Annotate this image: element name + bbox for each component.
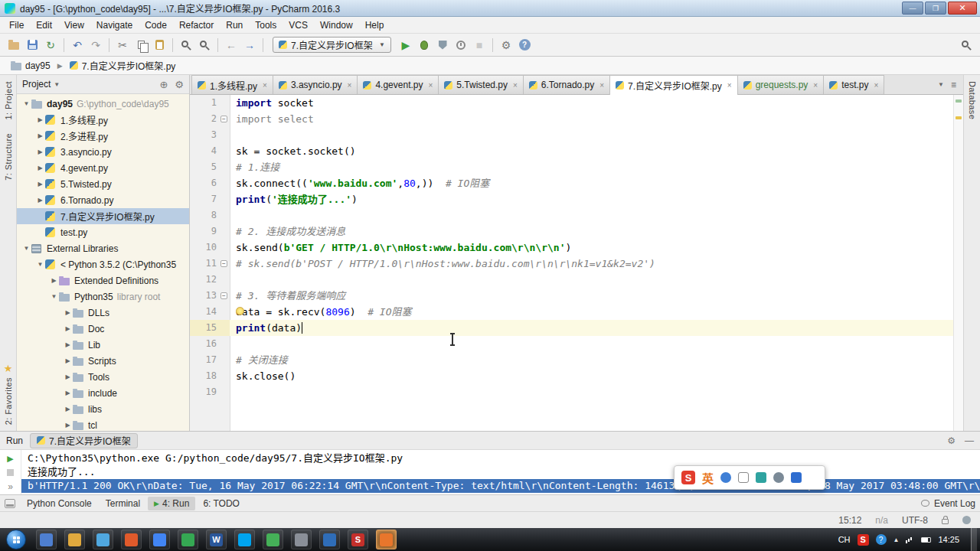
menu-item-help[interactable]: Help (359, 18, 390, 33)
chevron-collapsed-icon[interactable]: ▶ (63, 325, 73, 332)
taskbar-app-icon[interactable] (291, 530, 312, 549)
line-number[interactable]: 8 (190, 207, 230, 223)
tab-close-icon[interactable]: × (263, 81, 267, 90)
code-text[interactable]: print(data) (230, 320, 963, 336)
editor-tab[interactable]: test.py× (823, 75, 884, 94)
line-number[interactable]: 19 (190, 384, 230, 400)
chevron-expanded-icon[interactable]: ▼ (35, 261, 45, 268)
tree-item[interactable]: ▶Extended Definitions (17, 272, 189, 289)
code-text[interactable]: sk.send(b'GET / HTTP/1.0\r\nHost:www.bai… (230, 240, 963, 256)
tree-item[interactable]: ▼Python35library root (17, 289, 189, 305)
chevron-collapsed-icon[interactable]: ▶ (49, 277, 59, 284)
moon-icon[interactable] (720, 472, 731, 483)
chevron-collapsed-icon[interactable]: ▶ (35, 165, 45, 171)
code-text[interactable]: # 3. 等待着服务端响应 (230, 288, 963, 304)
tree-item[interactable]: test.py (17, 224, 189, 240)
tab-close-icon[interactable]: × (599, 81, 604, 90)
chevron-collapsed-icon[interactable]: ▶ (35, 116, 45, 123)
undo-icon[interactable]: ↶ (68, 36, 87, 54)
chevron-expanded-icon[interactable]: ▼ (21, 100, 31, 107)
sogou-tray-icon[interactable]: S (858, 534, 869, 546)
tab-close-icon[interactable]: × (348, 81, 352, 90)
chevron-down-icon[interactable]: ▼ (54, 81, 60, 88)
chevron-collapsed-icon[interactable]: ▶ (63, 390, 73, 396)
chevron-collapsed-icon[interactable]: ▶ (63, 341, 73, 348)
open-icon[interactable] (5, 36, 23, 54)
keyboard-icon[interactable] (738, 472, 749, 483)
run-configuration-select[interactable]: 7.自定义异步IO框架 ▼ (273, 37, 391, 53)
tree-item[interactable]: ▶tcl (17, 417, 189, 431)
code-text[interactable] (230, 207, 963, 223)
code-text[interactable]: sk = socket.socket() (230, 143, 963, 159)
code-text[interactable]: # 1.连接 (230, 159, 963, 175)
chevron-collapsed-icon[interactable]: ▶ (63, 309, 73, 316)
taskbar-app-icon[interactable] (93, 530, 113, 549)
console-line[interactable]: 连接成功了... (21, 465, 980, 479)
taskbar-app-icon[interactable]: S (348, 530, 368, 549)
save-icon[interactable] (23, 36, 41, 54)
run-content-tab[interactable]: 7.自定义异步IO框架 (30, 433, 138, 448)
tree-item[interactable]: ▶Tools (17, 369, 189, 385)
code-text[interactable] (230, 272, 963, 288)
tab-close-icon[interactable]: × (727, 81, 732, 90)
redo-icon[interactable]: ↷ (87, 36, 105, 54)
tabs-dropdown-icon[interactable]: ▼ (938, 81, 944, 88)
toolwindow-tab-favorites[interactable]: 2: Favorites (4, 377, 13, 425)
line-number[interactable]: 15 (190, 320, 230, 336)
menu-item-run[interactable]: Run (220, 18, 249, 33)
run-button[interactable]: ▶ (397, 36, 415, 54)
tree-item[interactable]: ▶include (17, 385, 189, 401)
caret-position-widget[interactable]: 15:12 (838, 515, 861, 526)
chevron-collapsed-icon[interactable]: ▶ (35, 132, 45, 139)
code-text[interactable]: import socket (230, 95, 963, 111)
tree-item[interactable]: ▶Lib (17, 337, 189, 353)
sync-icon[interactable]: ↻ (41, 36, 60, 54)
line-number[interactable]: 4 (190, 143, 230, 159)
sogou-logo-icon[interactable]: S (681, 471, 695, 484)
code-text[interactable]: sk.connect(('www.baidu.com',80,)) # IO阻塞 (230, 175, 963, 191)
toolwindow-button-python-console[interactable]: Python Console (21, 497, 98, 510)
hide-panel-icon[interactable]: — (965, 435, 974, 446)
taskbar-app-icon[interactable] (149, 530, 170, 549)
menu-item-navigate[interactable]: Navigate (90, 18, 139, 33)
taskbar-app-icon[interactable]: W (206, 530, 227, 549)
line-number[interactable]: 7 (190, 191, 230, 207)
tab-close-icon[interactable]: × (874, 81, 879, 90)
settings-button[interactable]: ⚙ (497, 36, 515, 54)
line-number[interactable]: 1 (190, 95, 230, 111)
project-view-title[interactable]: Project (22, 79, 51, 90)
line-number[interactable]: 9 (190, 223, 230, 240)
line-number[interactable]: 13− (190, 288, 230, 304)
console-line[interactable]: b'HTTP/1.1 200 OK\r\nDate: Tue, 16 May 2… (21, 479, 980, 493)
stop-button[interactable]: ■ (470, 36, 488, 54)
line-number[interactable]: 18 (190, 368, 230, 384)
maximize-button[interactable]: ❐ (925, 2, 946, 15)
network-icon[interactable] (906, 536, 914, 543)
toolwindow-button-terminal[interactable]: Terminal (100, 497, 146, 510)
code-text[interactable]: print('连接成功了...') (230, 191, 963, 207)
line-number[interactable]: 17 (190, 352, 230, 368)
toolwindow-button-6-todo[interactable]: 6: TODO (197, 497, 246, 510)
stop-icon[interactable] (7, 469, 14, 476)
toolwindow-tab-database[interactable]: Database (968, 81, 977, 119)
menu-item-code[interactable]: Code (139, 18, 173, 33)
fold-icon[interactable]: − (220, 292, 227, 299)
line-number[interactable]: 14 (190, 304, 230, 320)
run-console[interactable]: C:\Python35\python.exe G:/python_code/da… (21, 450, 980, 494)
menu-item-file[interactable]: File (3, 18, 30, 33)
toolwindow-tab-structure[interactable]: 7: Structure (4, 133, 13, 181)
toolwindow-anchor-icon[interactable] (5, 499, 15, 508)
chevron-collapsed-icon[interactable]: ▶ (35, 181, 45, 187)
editor-tab[interactable]: 6.Tornado.py× (523, 75, 610, 94)
line-number[interactable]: 2− (190, 111, 230, 127)
tab-close-icon[interactable]: × (513, 81, 518, 90)
fold-icon[interactable]: − (220, 260, 227, 267)
code-text[interactable]: # sk.send(b'POST / HTTP/1.0\r\nHost:www.… (230, 256, 963, 272)
code-text[interactable]: # 2. 连接成功发送消息 (230, 223, 963, 240)
chevron-collapsed-icon[interactable]: ▶ (63, 406, 73, 412)
breadcrumb-day95[interactable]: day95 (6, 59, 55, 73)
taskbar-app-icon[interactable] (64, 530, 85, 549)
help-button[interactable]: ? (515, 36, 534, 54)
chevron-expanded-icon[interactable]: ▼ (49, 293, 59, 300)
taskbar-app-icon[interactable] (376, 530, 397, 549)
